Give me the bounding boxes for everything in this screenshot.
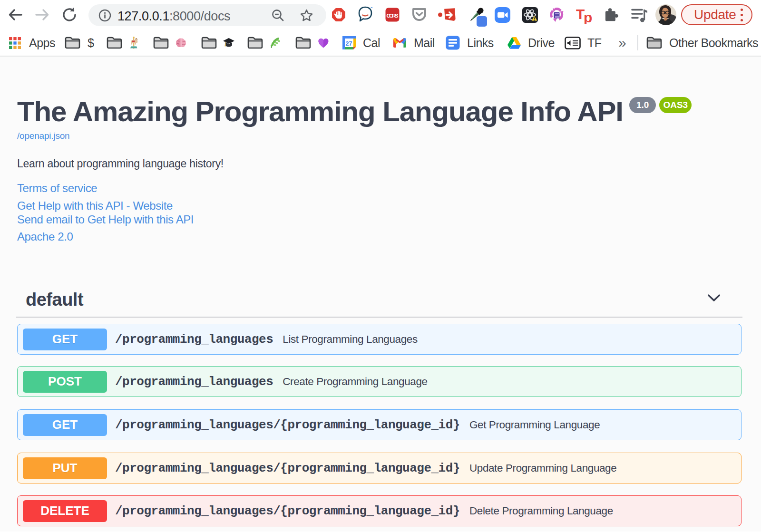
purple-heart-icon bbox=[318, 38, 329, 48]
bookmarks-bar: Apps $ bbox=[0, 29, 761, 57]
operation-row-put-update[interactable]: PUT /programming_languages/{programming_… bbox=[17, 453, 741, 484]
bookmark-label: Other Bookmarks bbox=[669, 36, 758, 50]
tag-divider bbox=[16, 317, 742, 318]
calendar-day-text: 27 bbox=[346, 40, 352, 47]
bookmark-folder-brain[interactable] bbox=[153, 29, 187, 56]
folder-icon bbox=[295, 37, 311, 49]
dot bbox=[741, 14, 743, 16]
terms-of-service-link[interactable]: Terms of service bbox=[17, 182, 97, 195]
method-badge-delete: DELETE bbox=[23, 500, 107, 522]
cors-icon-text: CORS bbox=[387, 13, 399, 19]
folder-icon bbox=[247, 37, 263, 49]
bookmark-folder-carousel[interactable] bbox=[107, 29, 139, 56]
bookmark-cal[interactable]: 27 Cal bbox=[342, 29, 380, 56]
update-menu-dots-icon[interactable] bbox=[741, 9, 743, 21]
folder-icon bbox=[201, 37, 217, 49]
zoom-out-icon[interactable] bbox=[271, 9, 285, 22]
extensions-puzzle-icon[interactable] bbox=[604, 7, 619, 22]
bookmark-apps[interactable]: Apps bbox=[9, 29, 55, 56]
operation-path[interactable]: /programming_languages/{programming_lang… bbox=[115, 418, 460, 432]
back-button[interactable] bbox=[7, 6, 24, 23]
bookmark-label: Links bbox=[467, 36, 494, 50]
folder-icon bbox=[107, 37, 122, 49]
dot bbox=[741, 19, 743, 21]
herb-icon bbox=[269, 37, 280, 48]
browser-toolbar: 127.0.0.1:8000/docs CORS bbox=[0, 0, 761, 29]
bookmarks-overflow-chevron[interactable]: » bbox=[618, 29, 626, 56]
bookmark-drive[interactable]: Drive bbox=[507, 29, 555, 56]
operation-summary: Create Programming Language bbox=[283, 376, 427, 388]
red-shortcut-icon[interactable] bbox=[438, 8, 456, 22]
url-host: 127.0.0.1 bbox=[117, 9, 169, 23]
bookmark-tf[interactable]: TF bbox=[565, 29, 602, 56]
operation-path[interactable]: /programming_languages/{programming_lang… bbox=[115, 461, 460, 475]
bookmark-other-bookmarks[interactable]: Other Bookmarks bbox=[646, 29, 758, 56]
api-badges: 1.0 OAS3 bbox=[629, 97, 692, 113]
bookmark-label: Drive bbox=[528, 36, 555, 50]
url-path: :8000/docs bbox=[169, 9, 230, 23]
carousel-horse-icon bbox=[129, 37, 139, 49]
openapi-json-link[interactable]: /openapi.json bbox=[17, 131, 69, 141]
version-badge: 1.0 bbox=[629, 97, 656, 113]
update-button[interactable]: Update bbox=[681, 4, 752, 25]
chevron-down-icon[interactable] bbox=[707, 294, 721, 302]
tp-icon-letter-p: p bbox=[584, 10, 592, 24]
info-icon[interactable] bbox=[98, 9, 111, 22]
bookmark-links[interactable]: Links bbox=[446, 29, 494, 56]
api-description: Learn about programming language history… bbox=[17, 157, 224, 170]
operation-path[interactable]: /programming_languages/{programming_lang… bbox=[115, 504, 460, 518]
contact-website-link[interactable]: Get Help with this API - Website bbox=[17, 199, 173, 213]
zoom-camera-icon[interactable] bbox=[495, 7, 510, 23]
operation-row-get-one[interactable]: GET /programming_languages/{programming_… bbox=[17, 409, 741, 440]
tag-section-header[interactable]: default bbox=[17, 290, 742, 318]
method-badge-get: GET bbox=[23, 329, 107, 350]
recycle-purple-icon[interactable] bbox=[549, 7, 565, 23]
adblock-icon[interactable] bbox=[332, 8, 346, 22]
bookmark-label: TF bbox=[587, 36, 602, 50]
operation-row-get-list[interactable]: GET /programming_languages List Programm… bbox=[17, 324, 741, 355]
folder-icon bbox=[65, 37, 80, 49]
method-badge-put: PUT bbox=[23, 457, 107, 479]
forward-button[interactable] bbox=[34, 6, 51, 23]
bookmark-folder-heart[interactable] bbox=[295, 29, 329, 56]
operation-path[interactable]: /programming_languages bbox=[115, 375, 273, 389]
contact-email-link[interactable]: Send email to Get Help with this API bbox=[17, 213, 194, 226]
method-badge-get: GET bbox=[23, 414, 107, 436]
bookmark-star-icon[interactable] bbox=[299, 8, 314, 23]
google-calendar-icon: 27 bbox=[342, 36, 356, 50]
operation-path[interactable]: /programming_languages bbox=[115, 332, 273, 347]
forward-arrow-icon bbox=[34, 7, 50, 23]
url-text[interactable]: 127.0.0.1:8000/docs bbox=[117, 9, 230, 24]
apps-grid-icon bbox=[9, 37, 21, 49]
folder-icon bbox=[153, 37, 169, 49]
operation-row-post-create[interactable]: POST /programming_languages Create Progr… bbox=[17, 366, 741, 397]
blue-lines-doc-icon bbox=[446, 36, 460, 50]
bookmark-folder-herb[interactable] bbox=[247, 29, 280, 56]
profile-avatar[interactable] bbox=[655, 4, 676, 25]
address-bar[interactable]: 127.0.0.1:8000/docs bbox=[88, 4, 326, 26]
reload-icon bbox=[61, 7, 78, 23]
operation-summary: Update Programming Language bbox=[469, 462, 616, 474]
folder-icon bbox=[646, 37, 662, 49]
bookmark-folder-dollar[interactable]: $ bbox=[65, 29, 94, 56]
eyedropper-icon[interactable] bbox=[468, 7, 488, 27]
brain-icon bbox=[175, 37, 187, 48]
dot bbox=[741, 9, 743, 11]
operation-row-delete[interactable]: DELETE /programming_languages/{programmi… bbox=[17, 495, 741, 526]
graduation-cap-icon bbox=[223, 37, 235, 49]
license-link[interactable]: Apache 2.0 bbox=[17, 230, 73, 243]
operation-summary: List Programming Languages bbox=[283, 333, 418, 346]
reload-button[interactable] bbox=[61, 6, 78, 23]
pocket-icon[interactable] bbox=[412, 7, 427, 22]
bookmark-label: Apps bbox=[29, 36, 55, 50]
bookmark-mail[interactable]: Mail bbox=[393, 29, 435, 56]
tp-letters-icon[interactable]: T p bbox=[576, 7, 592, 24]
update-label: Update bbox=[694, 7, 736, 22]
music-queue-icon[interactable] bbox=[631, 8, 648, 22]
chat-bubble-icon[interactable] bbox=[358, 6, 373, 23]
bookmark-label: Cal bbox=[363, 36, 380, 50]
api-title: The Amazing Programming Language Info AP… bbox=[17, 97, 623, 126]
react-devtools-icon[interactable] bbox=[522, 7, 538, 23]
bookmark-folder-graduation[interactable] bbox=[201, 29, 235, 56]
cors-icon[interactable]: CORS bbox=[385, 8, 400, 22]
